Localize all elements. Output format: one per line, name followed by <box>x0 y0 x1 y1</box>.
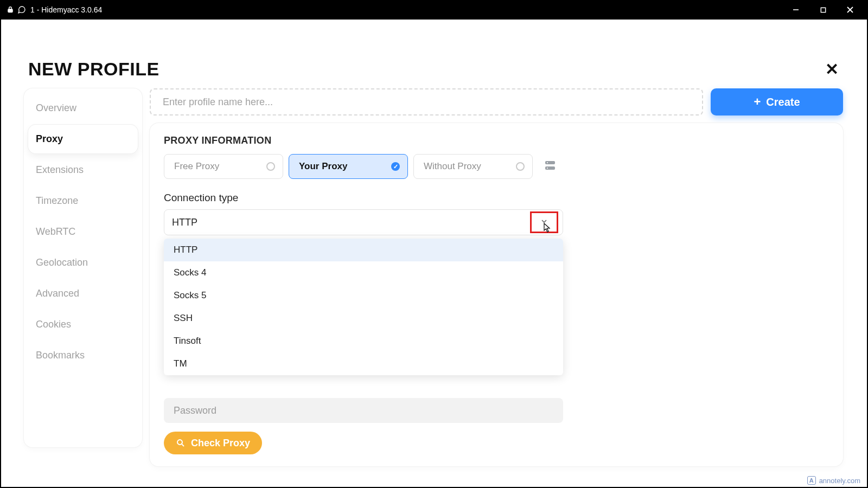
window-frame: NEW PROFILE ✕ Overview Proxy Extensions … <box>0 20 868 488</box>
sidebar-item-label: Cookies <box>36 319 71 330</box>
sidebar-item-advanced[interactable]: Advanced <box>28 279 138 308</box>
svg-rect-5 <box>545 161 555 164</box>
sidebar-item-label: Overview <box>36 102 76 113</box>
window-titlebar: 1 - Hidemyacc 3.0.64 <box>0 0 868 20</box>
page-title: NEW PROFILE <box>28 59 159 80</box>
sidebar-item-extensions[interactable]: Extensions <box>28 156 138 184</box>
svg-point-9 <box>177 440 182 445</box>
sidebar-item-label: Advanced <box>36 288 79 299</box>
app-card: NEW PROFILE ✕ Overview Proxy Extensions … <box>12 49 855 467</box>
maximize-button[interactable] <box>809 0 837 20</box>
close-window-button[interactable] <box>837 0 864 20</box>
lock-icon <box>7 6 14 14</box>
proxy-panel: PROXY INFORMATION Free Proxy Your Proxy … <box>150 123 843 466</box>
sidebar-item-label: Timezone <box>36 195 78 206</box>
svg-rect-0 <box>8 9 12 12</box>
cursor-icon <box>544 223 551 235</box>
proxy-option-label: Without Proxy <box>424 161 481 172</box>
proxy-option-label: Your Proxy <box>299 161 347 172</box>
check-proxy-button[interactable]: Check Proxy <box>164 432 262 454</box>
svg-rect-6 <box>545 166 555 170</box>
minimize-button[interactable] <box>782 0 809 20</box>
chat-icon <box>17 5 26 14</box>
watermark-text: annotely.com <box>819 477 860 485</box>
dropdown-option-http[interactable]: HTTP <box>164 239 563 261</box>
close-dialog-button[interactable]: ✕ <box>825 60 839 79</box>
window-title: 1 - Hidemyacc 3.0.64 <box>30 5 102 14</box>
dropdown-option-ssh[interactable]: SSH <box>164 307 563 330</box>
svg-line-10 <box>182 444 184 446</box>
sidebar-item-bookmarks[interactable]: Bookmarks <box>28 341 138 370</box>
server-icon[interactable] <box>544 159 557 174</box>
connection-type-label: Connection type <box>164 192 829 204</box>
svg-rect-2 <box>821 8 825 12</box>
sidebar: Overview Proxy Extensions Timezone WebRT… <box>24 88 142 447</box>
connection-type-value: HTTP <box>172 217 197 228</box>
sidebar-item-timezone[interactable]: Timezone <box>28 187 138 215</box>
sidebar-item-label: Proxy <box>36 133 63 144</box>
check-proxy-label: Check Proxy <box>191 438 250 449</box>
sidebar-item-proxy[interactable]: Proxy <box>28 125 138 153</box>
dropdown-option-tinsoft[interactable]: Tinsoft <box>164 330 563 352</box>
dropdown-option-socks4[interactable]: Socks 4 <box>164 261 563 284</box>
sidebar-item-webrtc[interactable]: WebRTC <box>28 217 138 246</box>
create-button-label: Create <box>766 96 800 108</box>
sidebar-item-overview[interactable]: Overview <box>28 94 138 123</box>
sidebar-item-label: Bookmarks <box>36 350 85 361</box>
svg-point-7 <box>547 162 548 163</box>
dropdown-option-socks5[interactable]: Socks 5 <box>164 284 563 307</box>
password-input[interactable] <box>164 398 563 423</box>
search-icon <box>176 438 186 448</box>
plus-icon: + <box>754 96 761 108</box>
watermark: A annotely.com <box>807 476 860 485</box>
proxy-option-your[interactable]: Your Proxy <box>289 154 408 179</box>
sidebar-item-label: Extensions <box>36 164 84 175</box>
annotation-highlight-box <box>530 211 558 233</box>
annotely-logo-icon: A <box>807 476 816 485</box>
profile-name-input[interactable] <box>150 88 703 115</box>
sidebar-item-geolocation[interactable]: Geolocation <box>28 248 138 277</box>
svg-point-8 <box>547 168 548 169</box>
sidebar-item-label: WebRTC <box>36 226 75 237</box>
connection-type-select[interactable]: HTTP <box>164 209 563 235</box>
proxy-section-title: PROXY INFORMATION <box>164 135 829 146</box>
connection-type-dropdown: HTTP Socks 4 Socks 5 SSH Tinsoft TM <box>164 239 563 375</box>
radio-icon <box>266 162 275 171</box>
radio-checked-icon <box>391 162 400 171</box>
sidebar-item-label: Geolocation <box>36 257 88 268</box>
sidebar-item-cookies[interactable]: Cookies <box>28 310 138 339</box>
proxy-option-without[interactable]: Without Proxy <box>413 154 533 179</box>
create-button[interactable]: + Create <box>711 88 843 115</box>
proxy-option-label: Free Proxy <box>174 161 219 172</box>
proxy-option-free[interactable]: Free Proxy <box>164 154 283 179</box>
radio-icon <box>516 162 525 171</box>
dropdown-option-tm[interactable]: TM <box>164 352 563 375</box>
